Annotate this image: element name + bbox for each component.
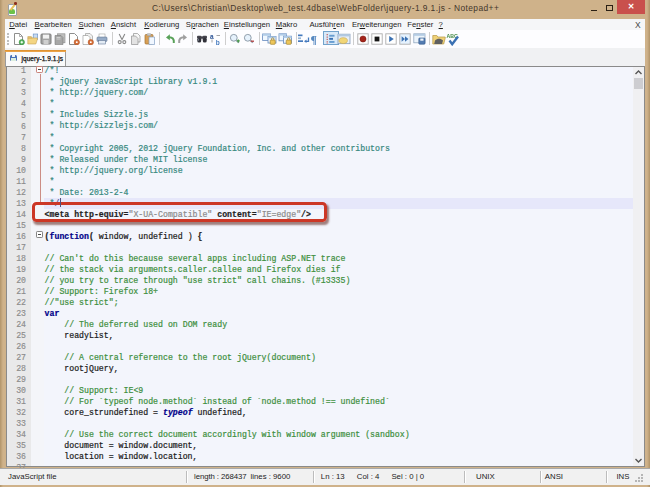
svg-text:b: b	[216, 38, 220, 45]
svg-text:a: a	[210, 33, 214, 40]
svg-text:¶: ¶	[311, 33, 317, 45]
